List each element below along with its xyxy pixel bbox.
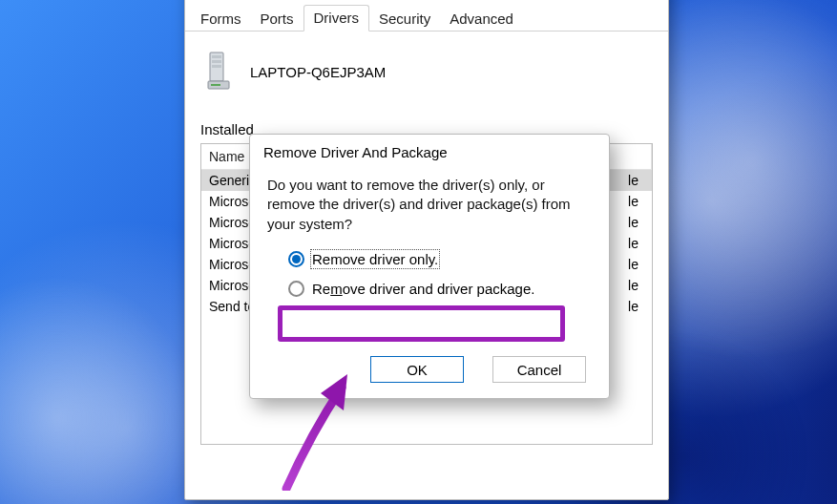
radio-remove-driver-only[interactable]: Remove driver only. <box>288 251 592 267</box>
tab-ports[interactable]: Ports <box>251 7 303 32</box>
dialog-message: Do you want to remove the driver(s) only… <box>267 176 592 234</box>
server-icon <box>202 51 237 93</box>
server-row: LAPTOP-Q6EJP3AM <box>200 49 653 104</box>
radio-indicator-icon <box>288 251 304 267</box>
radio-remove-driver-and-package[interactable]: Remove driver and driver package. <box>288 281 592 297</box>
tab-forms[interactable]: Forms <box>191 7 251 32</box>
radio-label: Remove driver only. <box>312 251 438 267</box>
svg-rect-2 <box>212 60 221 63</box>
tabs-row: Forms Ports Drivers Security Advanced <box>185 1 668 32</box>
svg-rect-1 <box>212 55 221 58</box>
tab-security[interactable]: Security <box>369 7 440 32</box>
dialog-buttons: OK Cancel <box>250 346 609 398</box>
svg-rect-3 <box>212 65 221 68</box>
dialog-body: Do you want to remove the driver(s) only… <box>250 166 609 346</box>
radio-indicator-icon <box>288 281 304 297</box>
remove-driver-dialog: Remove Driver And Package Do you want to… <box>249 134 610 399</box>
tab-drivers[interactable]: Drivers <box>303 5 370 32</box>
dialog-title: Remove Driver And Package <box>250 135 609 166</box>
ok-button[interactable]: OK <box>370 356 464 383</box>
svg-rect-5 <box>211 84 220 86</box>
radio-group: Remove driver only. Remove driver and dr… <box>267 251 592 297</box>
radio-label: Remove driver and driver package. <box>312 281 534 297</box>
cancel-button[interactable]: Cancel <box>492 356 586 383</box>
tab-advanced[interactable]: Advanced <box>440 7 523 32</box>
server-name: LAPTOP-Q6EJP3AM <box>250 64 386 80</box>
